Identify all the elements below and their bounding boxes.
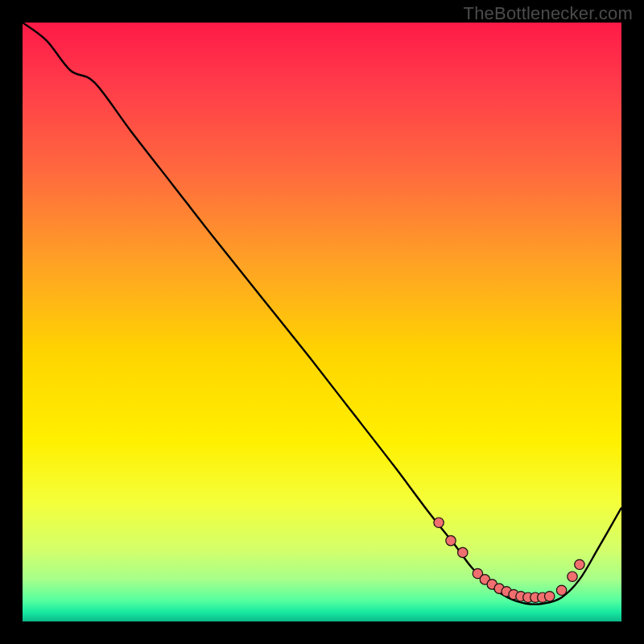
chart-frame: TheBottlenecker.com (0, 0, 644, 644)
highlight-dot (556, 585, 566, 595)
gradient-background (23, 23, 621, 621)
plot-area (23, 23, 621, 621)
watermark-text: TheBottlenecker.com (464, 3, 633, 24)
highlight-dot (568, 572, 577, 581)
highlight-dot (575, 559, 584, 569)
highlight-dot (458, 547, 468, 557)
highlight-dot (545, 592, 555, 601)
highlight-dot (434, 518, 444, 527)
bottleneck-chart (23, 23, 621, 621)
highlight-dot (446, 535, 456, 545)
